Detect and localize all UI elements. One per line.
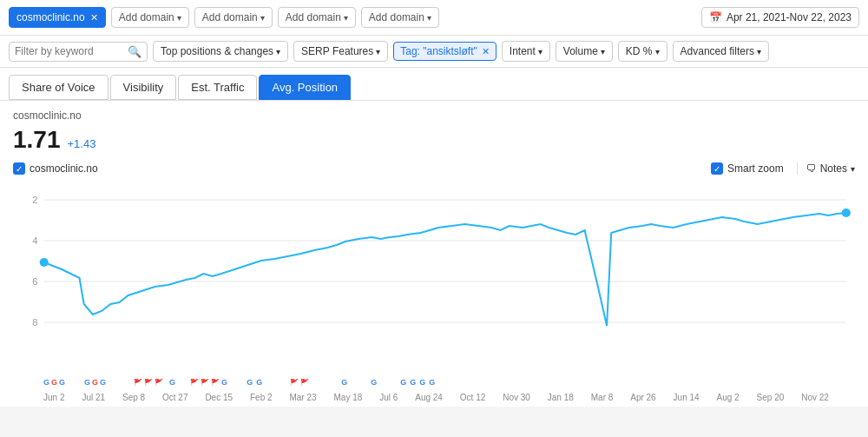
x-axis-labels: Jun 2 Jul 21 Sep 8 Oct 27 Dec 15 Feb 2 M… xyxy=(13,393,855,402)
advanced-filters-label: Advanced filters xyxy=(681,45,754,57)
position-change: +1.43 xyxy=(68,137,96,150)
calendar-icon: 📅 xyxy=(709,11,722,23)
x-label-oct12: Oct 12 xyxy=(460,393,485,402)
kd-chevron-icon: ▾ xyxy=(655,47,660,56)
x-label-jul6: Jul 6 xyxy=(379,393,398,402)
notes-icon: 🗨 xyxy=(806,162,817,175)
legend-label: cosmoclinic.no xyxy=(30,162,98,175)
x-label-jan18: Jan 18 xyxy=(548,393,574,402)
google-events-row: G G G G G G 🚩 🚩 🚩 G 🚩 🚩 🚩 G G G 🚩 🚩 G G … xyxy=(13,374,855,391)
serp-filter-btn[interactable]: SERP Features ▾ xyxy=(293,41,388,62)
smart-zoom-wrap: ✓ Smart zoom xyxy=(711,162,784,175)
add-domain-btn-4[interactable]: Add domain ▾ xyxy=(361,7,439,28)
active-domain-tab[interactable]: cosmoclinic.no ✕ xyxy=(9,7,106,28)
x-label-nov22: Nov 22 xyxy=(801,393,829,402)
kd-filter-btn[interactable]: KD % ▾ xyxy=(618,41,667,62)
intent-filter-label: Intent xyxy=(510,45,536,57)
add-domain-btn-3[interactable]: Add domain ▾ xyxy=(278,7,356,28)
serp-filter-label: SERP Features xyxy=(301,45,373,57)
g-icon-13: G xyxy=(400,378,406,387)
volume-chevron-icon: ▾ xyxy=(601,47,605,56)
svg-point-8 xyxy=(40,258,49,267)
x-label-aug24: Aug 24 xyxy=(415,393,443,402)
flag-icon-2: 🚩 xyxy=(144,379,153,387)
intent-filter-btn[interactable]: Intent ▾ xyxy=(502,41,550,62)
kd-filter-label: KD % xyxy=(626,45,653,57)
top-bar: cosmoclinic.no ✕ Add domain ▾ Add domain… xyxy=(0,0,868,36)
x-label-aug2: Aug 2 xyxy=(717,393,740,402)
advanced-chevron-icon: ▾ xyxy=(757,47,761,56)
add-domain-label-1: Add domain xyxy=(119,11,174,23)
tabs-row: Share of Voice Visibility Est. Traffic A… xyxy=(0,68,868,101)
svg-text:6: 6 xyxy=(32,276,37,287)
x-label-sep20: Sep 20 xyxy=(757,393,785,402)
smart-zoom-checkbox[interactable]: ✓ xyxy=(711,162,723,175)
positions-filter-btn[interactable]: Top positions & changes ▾ xyxy=(153,41,288,62)
chart-container: 2 4 6 8 xyxy=(13,182,855,374)
serp-chevron-icon: ▾ xyxy=(376,47,380,56)
g-icon-3: G xyxy=(59,378,65,387)
legend-checkbox[interactable]: ✓ xyxy=(13,162,25,175)
add-domain-btn-2[interactable]: Add domain ▾ xyxy=(194,7,273,28)
flag-icon-3: 🚩 xyxy=(155,379,163,387)
g-icon-6: G xyxy=(100,378,106,387)
volume-filter-label: Volume xyxy=(563,45,598,57)
x-label-jul21: Jul 21 xyxy=(82,393,105,402)
g-icon-11: G xyxy=(341,378,347,387)
add-domain-btn-1[interactable]: Add domain ▾ xyxy=(111,7,189,28)
svg-text:8: 8 xyxy=(32,317,37,328)
notes-label: Notes xyxy=(820,162,847,175)
tag-filter-btn[interactable]: Tag: "ansiktsløft" ✕ xyxy=(393,42,496,61)
tab-visibility[interactable]: Visibility xyxy=(110,75,177,100)
g-icon-7: G xyxy=(169,378,175,387)
g-icon-12: G xyxy=(371,378,377,387)
flag-icon-6: 🚩 xyxy=(211,379,220,387)
flag-icon-5: 🚩 xyxy=(201,379,209,387)
smart-zoom-label: Smart zoom xyxy=(727,162,784,175)
close-domain-icon[interactable]: ✕ xyxy=(90,12,98,23)
tab-est-traffic[interactable]: Est. Traffic xyxy=(178,75,257,100)
svg-point-9 xyxy=(842,209,851,217)
x-label-oct27: Oct 27 xyxy=(162,393,187,402)
g-icon-1: G xyxy=(43,378,49,387)
x-label-jun14: Jun 14 xyxy=(674,393,700,402)
filter-bar: 🔍 Top positions & changes ▾ SERP Feature… xyxy=(0,36,868,68)
advanced-filters-btn[interactable]: Advanced filters ▾ xyxy=(673,41,769,62)
chevron-down-icon-2: ▾ xyxy=(260,13,265,23)
checkmark-icon: ✓ xyxy=(16,164,23,174)
g-icon-2: G xyxy=(51,378,57,387)
remove-tag-icon[interactable]: ✕ xyxy=(482,46,490,57)
x-label-sep8: Sep 8 xyxy=(122,393,145,402)
x-label-dec15: Dec 15 xyxy=(205,393,233,402)
g-icon-15: G xyxy=(419,378,425,387)
x-label-apr26: Apr 26 xyxy=(630,393,655,402)
g-icon-9: G xyxy=(247,378,253,387)
chevron-down-icon-3: ▾ xyxy=(344,13,348,23)
g-icon-4: G xyxy=(84,378,90,387)
tab-share-of-voice[interactable]: Share of Voice xyxy=(9,75,108,100)
flag-icon-1: 🚩 xyxy=(134,379,142,387)
chart-area: cosmoclinic.no 1.71 +1.43 ✓ cosmoclinic.… xyxy=(0,101,868,407)
search-icon[interactable]: 🔍 xyxy=(128,45,141,58)
chart-svg: 2 4 6 8 xyxy=(13,182,855,374)
x-label-may18: May 18 xyxy=(334,393,363,402)
x-label-feb2: Feb 2 xyxy=(250,393,273,402)
volume-filter-btn[interactable]: Volume ▾ xyxy=(556,41,613,62)
tab-avg-position[interactable]: Avg. Position xyxy=(259,75,351,100)
svg-text:4: 4 xyxy=(32,235,37,246)
chevron-down-icon-4: ▾ xyxy=(427,13,431,23)
x-label-mar23: Mar 23 xyxy=(289,393,316,402)
tag-filter-label: Tag: "ansiktsløft" xyxy=(400,45,477,57)
date-range-button[interactable]: 📅 Apr 21, 2021-Nov 22, 2023 xyxy=(701,7,859,28)
g-icon-16: G xyxy=(429,378,435,387)
avg-position-value: 1.71 xyxy=(13,126,61,154)
notes-button[interactable]: 🗨 Notes ▾ xyxy=(797,162,855,175)
g-icon-10: G xyxy=(256,378,262,387)
add-domain-label-3: Add domain xyxy=(286,11,341,23)
search-input[interactable] xyxy=(15,45,128,57)
chevron-down-icon-1: ▾ xyxy=(177,13,181,23)
keyword-search-wrap[interactable]: 🔍 xyxy=(9,42,148,62)
g-icon-5: G xyxy=(92,378,98,387)
x-label-mar8: Mar 8 xyxy=(591,393,614,402)
x-label-jun2: Jun 2 xyxy=(43,393,64,402)
